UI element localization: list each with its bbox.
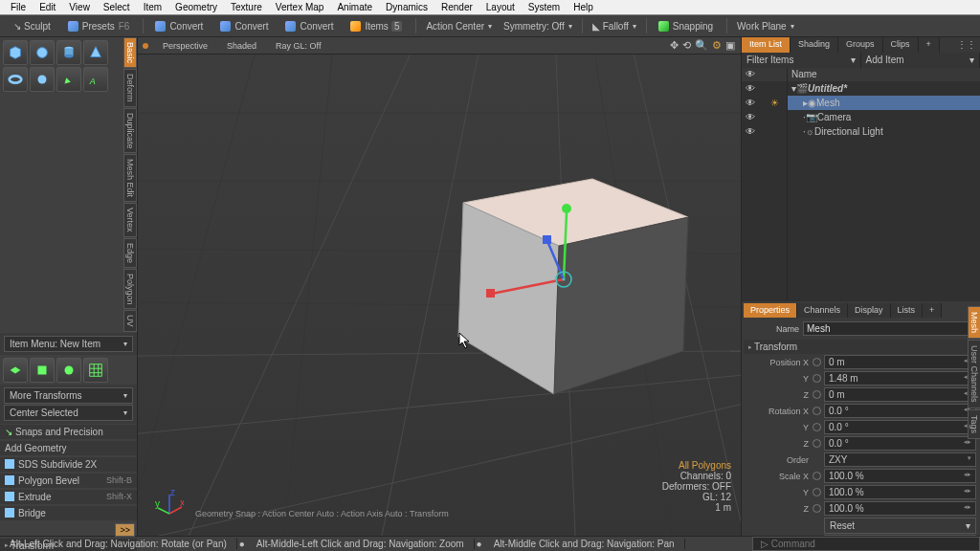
position-x-input[interactable]: 0 m◂▸ [824, 355, 976, 369]
command-input[interactable]: ▷ Command [752, 537, 980, 551]
polygon-bevel-button[interactable]: Polygon BevelShift-B [0, 474, 137, 488]
vp-rotate-icon[interactable]: ⟲ [682, 39, 691, 52]
vp-tab-shaded[interactable]: Shaded [217, 39, 266, 53]
more-transforms-dropdown[interactable]: More Transforms▾ [4, 387, 133, 404]
pos-y-key[interactable] [813, 374, 821, 383]
menu-animate[interactable]: Animate [330, 1, 379, 13]
viewport-3d[interactable]: All Polygons Channels: 0 Deformers: OFF … [138, 55, 741, 536]
convert-button-1[interactable]: Convert [147, 19, 211, 33]
symmetry-dropdown[interactable]: Symmetry: Off▾ [498, 19, 578, 33]
p-scale-z-input[interactable]: 100.0 %◂▸ [824, 501, 976, 516]
tool-extra-4[interactable] [83, 358, 108, 383]
tab-shading[interactable]: Shading [791, 37, 838, 53]
vtab-mesh-edit[interactable]: Mesh Edit [123, 154, 137, 202]
props-transform-header[interactable]: Transform [744, 340, 978, 354]
menu-item[interactable]: Item [137, 1, 168, 13]
render-toggle-mesh[interactable]: ☀ [770, 98, 779, 108]
extrude-button[interactable]: ExtrudeShift-X [0, 490, 137, 504]
tab-props-add[interactable]: + [923, 303, 942, 318]
menu-layout[interactable]: Layout [479, 1, 522, 13]
vtab-uv[interactable]: UV [123, 310, 137, 332]
menu-edit[interactable]: Edit [33, 1, 62, 13]
vp-max-icon[interactable]: ▣ [725, 39, 735, 52]
vtab-user-channels[interactable]: User Channels [968, 340, 980, 408]
rotation-x-input[interactable]: 0.0 °◂▸ [824, 404, 976, 418]
snapping-button[interactable]: Snapping [651, 19, 721, 33]
add-item-dropdown[interactable]: Add Item▾ [861, 53, 981, 68]
scl-y-key[interactable] [813, 488, 821, 496]
tab-display[interactable]: Display [848, 303, 891, 318]
vis-toggle-mesh[interactable]: 👁 [746, 98, 757, 108]
sculpt-button[interactable]: ↘Sculpt [6, 19, 58, 33]
sds-subdivide-button[interactable]: SDS Subdivide 2X [0, 457, 137, 472]
menu-texture[interactable]: Texture [224, 1, 269, 13]
menu-dynamics[interactable]: Dynamics [379, 1, 434, 13]
position-y-input[interactable]: 1.48 m◂▸ [824, 371, 976, 386]
add-geometry-button[interactable]: Add Geometry [0, 441, 137, 455]
vtab-vertex[interactable]: Vertex [123, 203, 137, 237]
p-scale-y-input[interactable]: 100.0 %◂▸ [824, 485, 976, 499]
item-row-camera[interactable]: · 📷Camera [788, 110, 980, 124]
item-menu-dropdown[interactable]: Item Menu: New Item▾ [4, 336, 133, 352]
freeze-button[interactable]: Freeze▾ [824, 535, 976, 536]
menu-view[interactable]: View [62, 1, 97, 13]
scl-x-key[interactable] [813, 472, 821, 480]
vis-toggle-camera[interactable]: 👁 [746, 112, 757, 122]
position-z-input[interactable]: 0 m◂▸ [824, 387, 976, 402]
p-scale-x-input[interactable]: 100.0 %◂▸ [824, 469, 976, 483]
vp-settings-icon[interactable]: ⚙ [712, 39, 722, 52]
vp-zoom-icon[interactable]: 🔍 [695, 39, 708, 52]
tool-cone[interactable] [83, 40, 108, 65]
menu-geometry[interactable]: Geometry [168, 1, 224, 13]
vis-toggle-light[interactable]: 👁 [746, 126, 757, 137]
pos-z-key[interactable] [813, 390, 821, 399]
pos-x-key[interactable] [813, 358, 821, 366]
rotation-z-input[interactable]: 0.0 °◂▸ [824, 436, 976, 451]
item-row-mesh[interactable]: ▸ ◉Mesh [788, 96, 980, 110]
tool-pen[interactable] [56, 67, 81, 92]
falloff-dropdown[interactable]: ◣Falloff▾ [587, 19, 642, 33]
action-center-dropdown[interactable]: Action Center▾ [420, 19, 498, 33]
rot-x-key[interactable] [813, 407, 821, 415]
tab-properties[interactable]: Properties [744, 303, 797, 318]
name-input[interactable] [803, 321, 976, 336]
rot-y-key[interactable] [813, 423, 821, 431]
tool-torus[interactable] [3, 67, 28, 92]
expand-button-1[interactable]: >> [115, 523, 135, 537]
center-selected-dropdown[interactable]: Center Selected▾ [4, 405, 133, 421]
rot-z-key[interactable] [813, 439, 821, 448]
tab-item-list[interactable]: Item List [742, 37, 791, 53]
vtab-polygon[interactable]: Polygon [123, 269, 137, 310]
tab-clips[interactable]: Clips [883, 37, 919, 53]
tab-add[interactable]: + [919, 37, 940, 53]
vtab-edge[interactable]: Edge [123, 238, 137, 268]
vis-toggle-scene[interactable]: 👁 [746, 83, 757, 94]
snaps-precision-button[interactable]: ↘Snaps and Precision [0, 425, 137, 439]
menu-render[interactable]: Render [434, 1, 479, 13]
menu-help[interactable]: Help [567, 1, 600, 13]
tab-lists[interactable]: Lists [891, 303, 924, 318]
vtab-tags[interactable]: Tags [968, 409, 980, 439]
convert-button-3[interactable]: Convert [278, 19, 341, 33]
menu-select[interactable]: Select [97, 1, 137, 13]
tab-channels[interactable]: Channels [797, 303, 848, 318]
vtab-basic[interactable]: Basic [123, 37, 137, 68]
convert-button-2[interactable]: Convert [212, 19, 276, 33]
menu-file[interactable]: File [4, 1, 33, 13]
tool-extra-3[interactable] [56, 358, 81, 383]
order-dropdown[interactable]: ZXY▾ [824, 452, 976, 467]
vtab-duplicate[interactable]: Duplicate [123, 108, 137, 154]
tool-extra-2[interactable] [30, 358, 55, 383]
rotation-y-input[interactable]: 0.0 °◂▸ [824, 420, 976, 434]
tool-sphere[interactable] [30, 40, 55, 65]
vp-move-icon[interactable]: ✥ [670, 39, 679, 52]
scl-z-key[interactable] [813, 504, 821, 513]
item-row-light[interactable]: · ☼Directional Light [788, 124, 980, 139]
reset-button[interactable]: Reset▾ [824, 518, 976, 534]
item-row-scene[interactable]: ▾ 🎬Untitled* [788, 81, 980, 96]
presets-button[interactable]: PresetsF6 [60, 19, 138, 33]
menu-vertex-map[interactable]: Vertex Map [269, 1, 331, 13]
bridge-button[interactable]: Bridge [0, 506, 137, 520]
vtab-mesh[interactable]: Mesh [968, 306, 980, 339]
mesh-cube[interactable] [444, 145, 702, 413]
